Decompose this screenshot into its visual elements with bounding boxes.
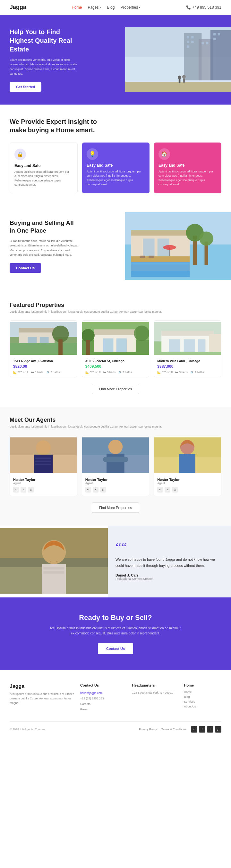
property-name-1: 1511 Ridge Ave, Evanston — [13, 359, 74, 363]
svg-rect-85 — [43, 567, 64, 569]
cta-section: Ready to Buy or Sell? Arcu ipsum primis … — [0, 597, 231, 670]
twitter-icon[interactable]: t — [93, 487, 99, 493]
cta-button[interactable]: Contact Us — [98, 643, 133, 654]
footer-hq-address: 123 Street New York, NY 20021 — [132, 690, 179, 695]
footer-press-link[interactable]: Press — [80, 707, 127, 712]
footer-careers-link[interactable]: Careers — [80, 701, 127, 707]
instagram-icon[interactable]: ◎ — [172, 487, 178, 493]
footer-link-services[interactable]: Services — [184, 700, 221, 703]
agent-title-1: Agent — [13, 482, 74, 485]
footer-link-home[interactable]: Home — [184, 690, 221, 694]
hero-description: Etiam sed mauris venenatis, quis volutpa… — [10, 58, 77, 76]
agent-card-2: Hester Taylor Agent in t ◎ — [82, 436, 150, 496]
footer-contact-info: hello@jagga.com +12 (25) 2456 253 Career… — [80, 690, 127, 712]
buying-text: Buying and Selling All in One Place Cura… — [0, 206, 125, 286]
twitter-icon[interactable]: t — [164, 487, 170, 493]
chevron-down-icon: ▾ — [139, 6, 141, 9]
nav-properties[interactable]: Properties ▾ — [120, 5, 141, 10]
linkedin-icon[interactable]: in — [85, 487, 91, 493]
property-card-1: 1511 Ridge Ave, Evanston $820.00 📐 320 s… — [10, 320, 77, 377]
agent-name-2: Hester Taylor — [85, 478, 146, 482]
card-title-2: Easy and Safe — [87, 163, 145, 167]
terms-link[interactable]: Terms & Conditions — [161, 728, 186, 731]
featured-title: Featured Properties — [10, 302, 221, 309]
svg-rect-7 — [191, 36, 193, 38]
find-more-button[interactable]: Find More Properties — [92, 384, 140, 394]
svg-rect-13 — [214, 33, 216, 35]
navbar: Jagga Home Pages ▾ Blog Properties ▾ 📞 +… — [0, 0, 231, 15]
hero-cta-button[interactable]: Get Started — [10, 82, 41, 92]
nav-pages[interactable]: Pages ▾ — [87, 5, 101, 10]
linkedin-footer-icon[interactable]: in — [191, 726, 197, 733]
hero-text: Help You to Find Highest Quality Real Es… — [0, 15, 125, 104]
hero-section: Help You to Find Highest Quality Real Es… — [0, 15, 231, 104]
phone-icon: 📞 — [186, 5, 191, 10]
property-name-3: Modern Villa Land , Chicago — [157, 359, 218, 363]
property-card-3: Modern Villa Land , Chicago $387,000 📐 3… — [154, 320, 221, 377]
hero-image — [125, 15, 231, 104]
card-icon-1: 🔒 — [14, 149, 26, 160]
facebook-footer-icon[interactable]: f — [199, 726, 205, 733]
buying-description: Curabitur metus risus, mollis sollicitud… — [10, 239, 83, 257]
privacy-link[interactable]: Privacy Policy — [139, 728, 157, 731]
buying-section: Buying and Selling All in One Place Cura… — [0, 206, 231, 286]
svg-rect-54 — [86, 340, 90, 355]
footer-hq-title: Headquarters — [132, 683, 179, 687]
footer-email[interactable]: hello@jagga.com — [80, 690, 127, 696]
footer-brand-col: Jagga Arcu ipsum primis in faucibus orci… — [10, 683, 75, 712]
agent-image-1 — [10, 436, 77, 474]
property-meta-1: 📐 320 sq ft 🛏 3 beds 🚿 2 baths — [13, 371, 74, 374]
svg-rect-20 — [183, 79, 185, 83]
footer-link-blog[interactable]: Blog — [184, 695, 221, 699]
card-desc-1: Aptent taciti sociosqu ad litora torquen… — [14, 170, 73, 187]
property-meta-3: 📐 320 sq ft 🛏 3 beds 🚿 2 baths — [157, 371, 218, 374]
instagram-icon[interactable]: ◎ — [28, 487, 34, 493]
properties-grid: 1511 Ridge Ave, Evanston $820.00 📐 320 s… — [10, 320, 221, 377]
brand-logo[interactable]: Jagga — [10, 4, 26, 11]
svg-rect-51 — [103, 338, 113, 352]
chevron-down-icon: ▾ — [100, 6, 101, 9]
insight-title: We Provide Expert Insight to make buying… — [10, 117, 100, 134]
agent-info-1: Hester Taylor Agent in t ◎ — [10, 474, 77, 496]
agent-image-3 — [154, 436, 221, 474]
footer-link-about[interactable]: About Us — [184, 705, 221, 708]
twitter-icon[interactable]: t — [21, 487, 26, 493]
copyright-text: © 2024 Intelligentic Themes — [10, 728, 45, 731]
find-more-agents-button[interactable]: Find More Properties — [92, 502, 140, 513]
featured-subtitle: Vestibulum ante ipsum primis in faucibus… — [10, 310, 221, 314]
svg-rect-8 — [187, 41, 189, 43]
agent-social-2: in t ◎ — [85, 487, 146, 493]
gplus-footer-icon[interactable]: g+ — [215, 726, 221, 733]
footer-description: Arcu ipsum primis in faucibus orci luctu… — [10, 692, 75, 706]
svg-rect-68 — [35, 458, 51, 459]
agent-social-1: in t ◎ — [13, 487, 74, 493]
buying-cta-button[interactable]: Contact Us — [10, 263, 41, 273]
agent-social-3: in t ◎ — [157, 487, 218, 493]
svg-rect-15 — [214, 38, 216, 40]
agent-card-3: Hester Taylor Agent in t ◎ — [154, 436, 221, 496]
agents-title: Meet Our Agents — [10, 416, 221, 423]
find-more-agents: Find More Properties — [10, 502, 221, 513]
property-image-2 — [82, 321, 149, 356]
instagram-icon[interactable]: ◎ — [100, 487, 106, 493]
hero-title: Help You to Find Highest Quality Real Es… — [10, 28, 80, 54]
testimonial-image — [0, 526, 108, 597]
svg-point-33 — [199, 231, 214, 245]
nav-links: Home Pages ▾ Blog Properties ▾ — [72, 5, 141, 10]
svg-rect-9 — [191, 41, 193, 43]
nav-home[interactable]: Home — [72, 5, 82, 10]
svg-point-73 — [108, 439, 122, 454]
svg-rect-24 — [131, 230, 190, 236]
property-info-1: 1511 Ridge Ave, Evanston $820.00 📐 320 s… — [10, 356, 77, 377]
svg-point-37 — [163, 245, 176, 250]
agents-section: Meet Our Agents Vestibulum ante ipsum pr… — [0, 407, 231, 526]
card-title-3: Easy and Safe — [158, 163, 217, 167]
svg-rect-50 — [94, 330, 136, 335]
svg-point-17 — [178, 75, 181, 79]
nav-blog[interactable]: Blog — [107, 5, 115, 10]
card-easy-safe-1: 🔒 Easy and Safe Aptent taciti sociosqu a… — [10, 143, 78, 193]
twitter-footer-icon[interactable]: t — [207, 726, 214, 733]
linkedin-icon[interactable]: in — [13, 487, 19, 493]
linkedin-icon[interactable]: in — [157, 487, 163, 493]
featured-section: Featured Properties Vestibulum ante ipsu… — [0, 292, 231, 407]
